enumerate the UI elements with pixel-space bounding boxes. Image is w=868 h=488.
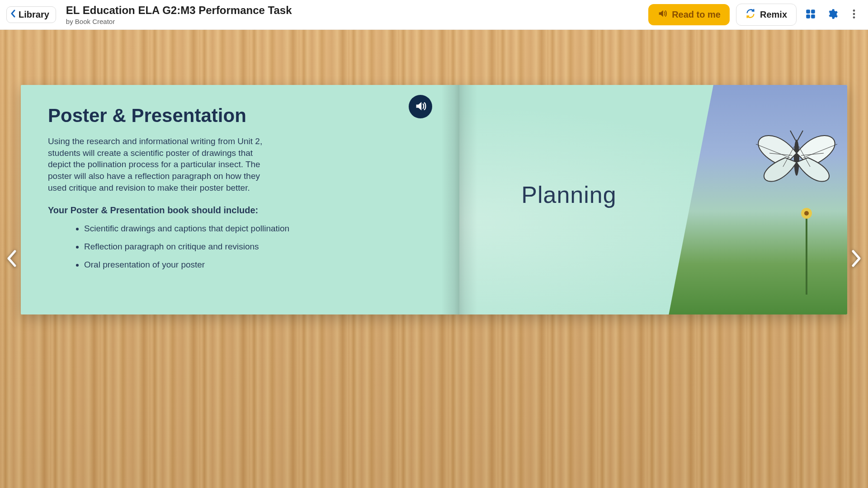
speaker-icon [414,100,427,114]
svg-point-4 [853,9,855,12]
library-button[interactable]: Library [6,6,56,23]
more-options-button[interactable] [846,7,862,23]
left-page: Poster & Presentation Using the research… [21,85,459,314]
svg-line-9 [797,131,803,141]
author-line: by Book Creator [66,18,292,25]
remix-label: Remix [760,9,787,20]
list-item: Oral presentation of your poster [84,260,436,270]
right-page: Planning [459,85,847,314]
left-page-subhead: Your Poster & Presentation book should i… [48,205,436,216]
title-block: EL Education ELA G2:M3 Performance Task … [66,4,292,25]
flower-icon [800,204,813,295]
speaker-icon [657,9,667,21]
toolbar: Library EL Education ELA G2:M3 Performan… [0,0,868,30]
page-audio-button[interactable] [409,95,432,118]
svg-rect-3 [811,14,815,19]
book-spread: Poster & Presentation Using the research… [21,85,847,314]
svg-line-8 [790,131,796,141]
butterfly-icon [751,113,842,203]
list-item: Reflection paragraph on critique and rev… [84,242,436,252]
read-to-me-label: Read to me [672,9,721,20]
library-label: Library [19,9,49,20]
more-vertical-icon [848,8,860,21]
svg-rect-2 [806,14,810,19]
next-page-button[interactable] [846,249,866,269]
svg-point-6 [853,16,855,19]
read-to-me-button[interactable]: Read to me [648,4,730,25]
arrow-right-icon [849,249,863,270]
left-page-heading: Poster & Presentation [48,105,436,127]
list-item: Scientific drawings and captions that de… [84,224,436,234]
gear-icon [826,8,838,21]
arrow-left-icon [5,249,19,270]
settings-button[interactable] [825,7,840,23]
svg-point-5 [853,13,855,15]
svg-point-12 [804,211,809,216]
remix-button[interactable]: Remix [736,4,797,26]
pages-grid-button[interactable] [803,7,818,23]
svg-rect-0 [806,9,810,14]
svg-rect-1 [811,9,815,14]
prev-page-button[interactable] [2,249,22,269]
left-page-body: Using the research and informational wri… [48,136,274,193]
right-page-title: Planning [521,181,616,208]
book-title: EL Education ELA G2:M3 Performance Task [66,4,292,17]
book-stage: Poster & Presentation Using the research… [0,30,868,488]
svg-point-7 [794,140,799,176]
left-page-bullets: Scientific drawings and captions that de… [48,224,436,270]
spine-shadow [441,85,459,314]
grid-icon [805,8,816,21]
chevron-left-icon [10,9,16,20]
refresh-icon [745,9,755,21]
